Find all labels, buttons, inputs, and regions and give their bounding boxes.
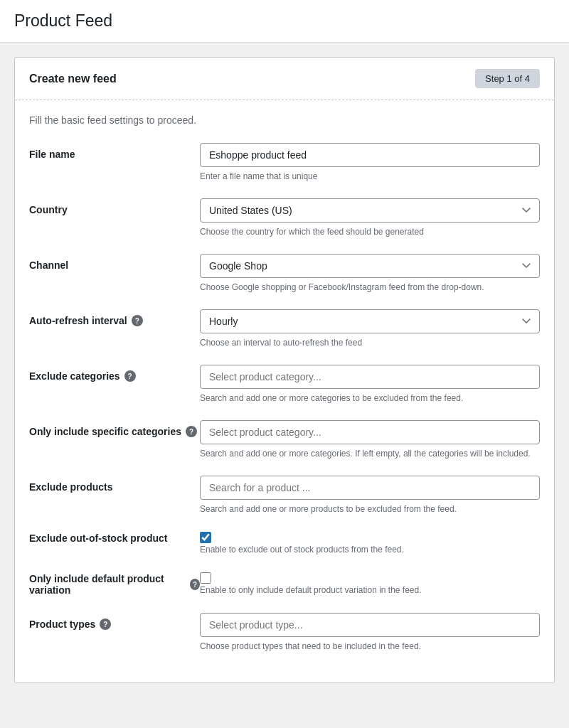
only-default-variation-label-col: Only include default product variation ? (29, 572, 200, 596)
channel-label-col: Channel (29, 254, 200, 271)
auto-refresh-row: Auto-refresh interval ? Hourly Daily Wee… (29, 309, 540, 348)
exclude-products-input[interactable] (200, 476, 540, 500)
only-default-variation-label: Only include default product variation ? (29, 573, 200, 596)
exclude-categories-label: Exclude categories ? (29, 370, 200, 382)
auto-refresh-label-col: Auto-refresh interval ? (29, 309, 200, 326)
exclude-out-of-stock-checkbox[interactable] (200, 532, 211, 543)
exclude-categories-help-icon[interactable]: ? (124, 370, 136, 382)
include-categories-input[interactable] (200, 420, 540, 444)
include-categories-help-icon[interactable]: ? (186, 426, 197, 437)
include-categories-label-col: Only include specific categories ? (29, 420, 200, 437)
product-types-hint: Choose product types that need to be inc… (200, 641, 540, 651)
page-header: Product Feed (0, 0, 569, 43)
only-default-variation-hint: Enable to only include default product v… (200, 585, 540, 595)
only-default-variation-row: Only include default product variation ?… (29, 572, 540, 596)
auto-refresh-label: Auto-refresh interval ? (29, 315, 200, 326)
file-name-input[interactable] (200, 143, 540, 167)
channel-label: Channel (29, 259, 200, 271)
auto-refresh-select[interactable]: Hourly Daily Weekly (200, 309, 540, 333)
main-content: Create new feed Step 1 of 4 Fill the bas… (0, 43, 569, 697)
country-control: United States (US) United Kingdom (UK) C… (200, 198, 540, 237)
product-types-control: Choose product types that need to be inc… (200, 613, 540, 651)
channel-select[interactable]: Google Shop Facebook/Instagram (200, 254, 540, 278)
exclude-out-of-stock-label-col: Exclude out-of-stock product (29, 531, 200, 544)
include-categories-label: Only include specific categories ? (29, 426, 200, 437)
only-default-variation-control: Enable to only include default product v… (200, 572, 540, 595)
product-types-help-icon[interactable]: ? (100, 619, 111, 630)
include-categories-row: Only include specific categories ? Searc… (29, 420, 540, 459)
country-hint: Choose the country for which the feed sh… (200, 227, 540, 237)
product-types-input[interactable] (200, 613, 540, 637)
create-feed-card: Create new feed Step 1 of 4 Fill the bas… (14, 57, 555, 683)
card-title: Create new feed (29, 73, 117, 85)
only-default-variation-wrapper (200, 572, 540, 584)
exclude-products-row: Exclude products Search and add one or m… (29, 476, 540, 514)
file-name-label-col: File name (29, 143, 200, 160)
country-label-col: Country (29, 198, 200, 215)
exclude-out-of-stock-row: Exclude out-of-stock product Enable to e… (29, 531, 540, 555)
include-categories-hint: Search and add one or more categories. I… (200, 449, 540, 459)
file-name-row: File name Enter a file name that is uniq… (29, 143, 540, 181)
channel-row: Channel Google Shop Facebook/Instagram C… (29, 254, 540, 292)
country-label: Country (29, 204, 200, 215)
exclude-products-control: Search and add one or more products to b… (200, 476, 540, 514)
product-types-label: Product types ? (29, 619, 200, 630)
auto-refresh-hint: Choose an interval to auto-refresh the f… (200, 338, 540, 348)
exclude-categories-control: Search and add one or more categories to… (200, 365, 540, 403)
exclude-out-of-stock-control: Enable to exclude out of stock products … (200, 531, 540, 555)
auto-refresh-help-icon[interactable]: ? (132, 315, 143, 326)
exclude-out-of-stock-label: Exclude out-of-stock product (29, 532, 200, 544)
exclude-out-of-stock-wrapper (200, 531, 540, 543)
file-name-control: Enter a file name that is unique (200, 143, 540, 181)
step-badge: Step 1 of 4 (475, 69, 540, 88)
only-default-variation-checkbox[interactable] (200, 572, 211, 584)
file-name-hint: Enter a file name that is unique (200, 171, 540, 181)
only-default-variation-help-icon[interactable]: ? (190, 579, 200, 590)
exclude-categories-input[interactable] (200, 365, 540, 389)
exclude-out-of-stock-hint: Enable to exclude out of stock products … (200, 545, 540, 555)
channel-hint: Choose Google shopping or Facebook/Insta… (200, 282, 540, 292)
exclude-categories-label-col: Exclude categories ? (29, 365, 200, 382)
include-categories-control: Search and add one or more categories. I… (200, 420, 540, 459)
product-types-label-col: Product types ? (29, 613, 200, 630)
auto-refresh-control: Hourly Daily Weekly Choose an interval t… (200, 309, 540, 348)
card-description: Fill the basic feed settings to proceed. (29, 114, 540, 126)
exclude-categories-hint: Search and add one or more categories to… (200, 393, 540, 403)
exclude-products-label-col: Exclude products (29, 476, 200, 493)
country-row: Country United States (US) United Kingdo… (29, 198, 540, 237)
card-body: Fill the basic feed settings to proceed.… (15, 100, 554, 682)
file-name-label: File name (29, 149, 200, 160)
page-title: Product Feed (14, 11, 555, 31)
exclude-products-label: Exclude products (29, 481, 200, 493)
channel-control: Google Shop Facebook/Instagram Choose Go… (200, 254, 540, 292)
country-select[interactable]: United States (US) United Kingdom (UK) C… (200, 198, 540, 223)
exclude-categories-row: Exclude categories ? Search and add one … (29, 365, 540, 403)
product-types-row: Product types ? Choose product types tha… (29, 613, 540, 651)
exclude-products-hint: Search and add one or more products to b… (200, 504, 540, 514)
card-header: Create new feed Step 1 of 4 (15, 58, 554, 100)
